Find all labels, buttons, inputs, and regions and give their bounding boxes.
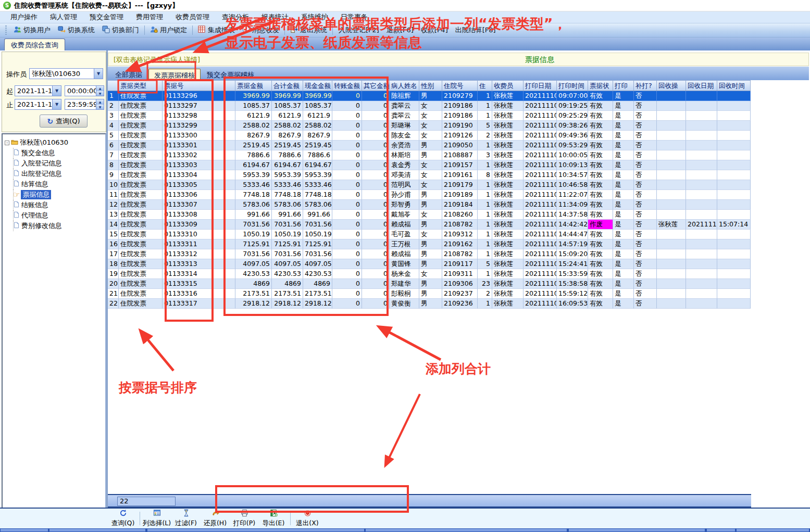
tree-item-8[interactable]: 费别修改信息 [4,221,104,231]
chevron-down-icon[interactable]: ▼ [52,86,61,96]
table-row-7[interactable]: 7住院发票011333027886.67886.67886.600林斯培男210… [108,150,751,160]
table-header-9[interactable]: 性别 [419,80,442,91]
tree-item-1[interactable]: 预交金信息 [4,148,104,158]
tree-item-7[interactable]: 代理信息 [4,210,104,221]
bottom-button-导出[interactable]: 导出(E) [259,509,288,528]
table-header-16[interactable]: 打印 [613,80,634,91]
table-row-12[interactable]: 12住院发票011333075783.065783.065783.0600郑智勇… [108,200,751,210]
table-cell: 0 [362,200,390,210]
table-header-1[interactable]: 票据类型 [119,80,163,91]
table-header-12[interactable]: 收费员 [492,80,524,91]
table-cell: 张秋莲 [492,230,524,239]
tree-collapse-icon[interactable]: - [5,141,9,145]
table-header-2[interactable]: 票据号 [163,80,235,91]
table-cell: 0 [362,91,390,101]
date-from-picker[interactable]: 2021-11-10 ▼ [15,85,61,96]
tree-item-4[interactable]: 结算信息 [4,179,104,189]
table-cell: 否 [634,150,657,160]
table-header-13[interactable]: 打印日期 [524,80,557,91]
table-row-13[interactable]: 13住院发票01133308991.66991.66991.6600戴旭苓女21… [108,210,751,220]
time-from-spinner[interactable]: 00:00:00 ▲▼ [65,85,104,96]
table-row-3[interactable]: 3住院发票011332986121.96121.96121.900龚翠云女210… [108,111,751,121]
table-header-5[interactable]: 现金金额 [303,80,332,91]
menu-item-2[interactable]: 病人管理 [44,11,83,23]
table-row-16[interactable]: 16住院发票011333117125.917125.917125.9100王万根… [108,239,751,249]
table-row-11[interactable]: 11住院发票011333067748.187748.187748.1800孙少甫… [108,190,751,200]
table-cell: 01133308 [163,210,235,220]
toolbar-button-4[interactable]: 用户锁定 [146,24,191,36]
table-row-5[interactable]: 5住院发票011333008267.98267.98267.900陈友金女210… [108,131,751,141]
view-tab-3[interactable]: 预交金票据稽核 [202,69,259,80]
table-row-6[interactable]: 6住院发票011333012519.452519.452519.4500余贤浩男… [108,141,751,150]
table-header-18[interactable]: 回收操 [657,80,686,91]
bottom-button-打印[interactable]: 打印(P) [230,509,259,528]
bottom-button-还原[interactable]: 还原(H) [201,509,230,528]
table-header-17[interactable]: 补打? [634,80,657,91]
nav-tree: -张秋莲\010630预交金信息入院登记信息出院登记信息结算信息☞票据信息结账信… [2,133,106,527]
table-row-9[interactable]: 9住院发票011333045953.395953.395953.3900邓美清女… [108,170,751,180]
table-cell: 是 [613,150,634,160]
menu-item-5[interactable]: 收费员管理 [169,11,216,23]
tab-cashier-query[interactable]: 收费员综合查询 [4,39,65,50]
time-to-spinner[interactable]: 23:59:59 ▲▼ [65,99,104,110]
table-cell: 1050.19 [235,230,272,239]
table-row-19[interactable]: 19住院发票011333144230.534230.534230.5300杨来金… [108,269,751,279]
table-header-7[interactable]: 其它金额 [362,80,390,91]
table-header-11[interactable]: 住 [478,80,492,91]
bottom-button-查询[interactable]: 查询(Q) [108,509,138,528]
table-row-4[interactable]: 4住院发票011332992588.022588.022588.0200郑璐琳女… [108,121,751,131]
table-header-4[interactable]: 合计金额 [272,80,303,91]
view-tab-2[interactable]: 发票票据稽核 [148,69,201,80]
date-to-picker[interactable]: 2021-11-10 ▼ [15,99,61,110]
table-row-1[interactable]: 1住院发票011332963969.993969.993969.9900陈祖辉男… [108,91,751,101]
toolbar-button-2[interactable]: 切换系统 [54,24,98,36]
table-row-20[interactable]: 20住院发票0113331548694869486900郑建华男21093062… [108,279,751,289]
table-row-15[interactable]: 15住院发票011333101050.191050.191050.1900毛可盈… [108,230,751,239]
table-cell: 2519.45 [235,141,272,150]
table-row-21[interactable]: 21住院发票011333162173.512173.512173.5100彭毅桐… [108,289,751,299]
query-button[interactable]: ↻ 查询(Q) [40,115,88,128]
tree-item-5[interactable]: ☞票据信息 [4,189,104,200]
toolbar-button-1[interactable]: 切换用户 [10,24,54,36]
table-header-20[interactable]: 回收时间 [717,80,751,91]
spinner-arrows-icon[interactable]: ▲▼ [96,99,104,109]
tree-item-6[interactable]: 结账信息 [4,200,104,210]
view-tab-1[interactable]: 全部票据 [110,69,147,80]
table-row-22[interactable]: 22住院发票011333172918.122918.122918.1200黄俊衡… [108,299,751,309]
table-row-14[interactable]: 14住院发票011333097031.567031.567031.5600赖成福… [108,220,751,230]
user-lock-icon [150,26,158,35]
table-row-2[interactable]: 2住院发票011332971085.371085.371085.3700龚翠云女… [108,101,751,111]
table-header-8[interactable]: 病人姓名 [390,80,419,91]
menu-item-4[interactable]: 费用管理 [130,11,169,23]
table-cell: 7031.56 [235,249,272,259]
chevron-down-icon[interactable]: ▼ [94,69,103,79]
table-cell: 否 [634,269,657,279]
chevron-down-icon[interactable]: ▼ [52,99,61,109]
table-cell: 张秋莲 [492,111,524,121]
table-row-17[interactable]: 17住院发票011333127031.567031.567031.5600赖成福… [108,249,751,259]
spinner-arrows-icon[interactable]: ▲▼ [96,86,104,96]
tree-item-2[interactable]: 入院登记信息 [4,158,104,169]
operator-select[interactable]: 张秋莲\010630 ▼ [29,68,103,79]
menu-item-3[interactable]: 预交金管理 [83,11,130,23]
menu-item-1[interactable]: 用户操作 [4,11,44,23]
table-row-10[interactable]: 10住院发票011333055333.465333.465333.4600范明凤… [108,180,751,190]
tree-item-3[interactable]: 出院登记信息 [4,169,104,179]
bottom-button-过滤[interactable]: 过滤(F) [171,509,201,528]
table-row-18[interactable]: 18住院发票011333134097.054097.054097.0500黄国锋… [108,259,751,269]
table-header-15[interactable]: 票据状 [588,80,613,91]
bottom-button-退出[interactable]: 退出(X) [293,509,322,528]
table-row-8[interactable]: 8住院发票011333036194.676194.676194.6700袁金秀女… [108,160,751,170]
table-cell: 0 [332,101,362,111]
bottom-button-列选择[interactable]: 列选择(L) [142,509,171,528]
table-header-10[interactable]: 住院号 [442,80,478,91]
table-cell: 20211110 [524,101,557,111]
tree-root[interactable]: -张秋莲\010630 [4,137,104,148]
table-header-3[interactable]: 票据金额 [235,80,272,91]
table-header-6[interactable]: 转账金额 [332,80,362,91]
table-header-19[interactable]: 回收日期 [686,80,717,91]
table-header-14[interactable]: 打印时间 [557,80,588,91]
toolbar-button-3[interactable]: 切换部门 [98,24,143,36]
table-cell [717,170,751,180]
table-cell: 否 [634,220,657,230]
